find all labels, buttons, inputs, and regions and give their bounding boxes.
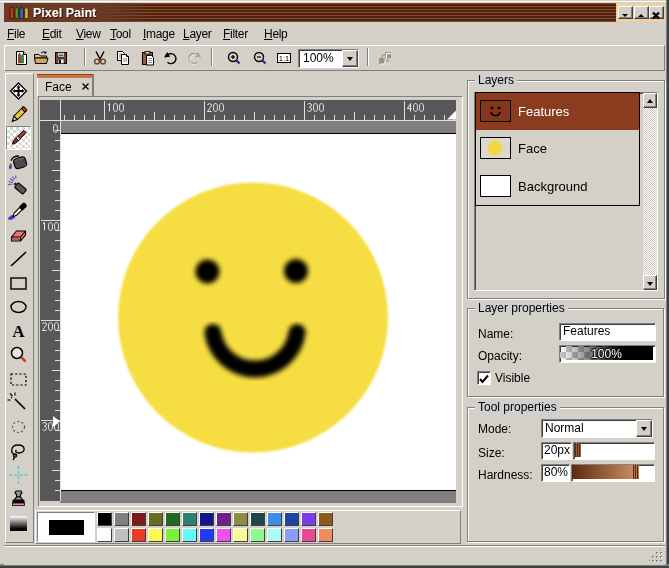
svg-text:1:1: 1:1 xyxy=(279,54,289,63)
svg-text:A: A xyxy=(12,322,25,341)
